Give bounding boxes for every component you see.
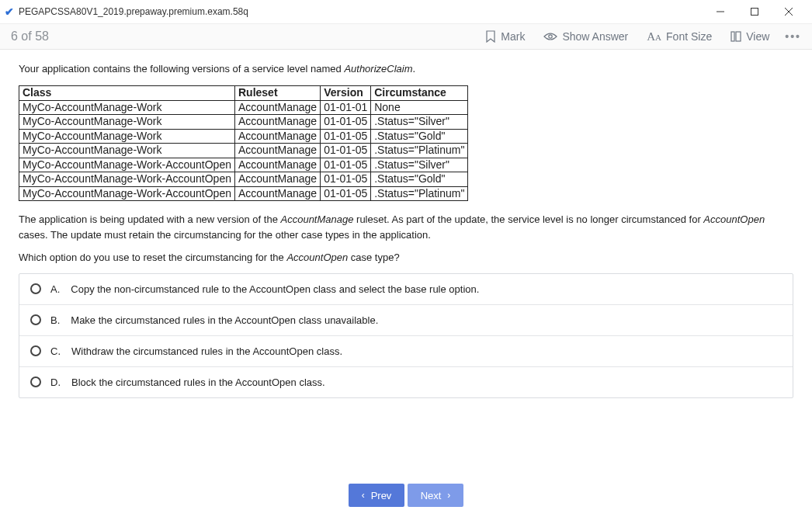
view-icon	[730, 31, 741, 42]
prev-button[interactable]: ‹ Prev	[349, 484, 404, 507]
app-check-icon: ✔	[5, 5, 14, 18]
question-intro: Your application contains the following …	[19, 62, 793, 76]
cell: AccountManage	[234, 129, 320, 144]
maximize-button[interactable]	[737, 1, 772, 23]
more-button[interactable]: •••	[785, 30, 801, 43]
cell: AccountManage	[234, 172, 320, 187]
cell: AccountManage	[234, 144, 320, 158]
cell: 01-01-01	[321, 100, 371, 115]
view-button[interactable]: View	[730, 30, 769, 43]
eye-icon	[543, 32, 557, 41]
close-button[interactable]	[772, 1, 806, 23]
cell: .Status="Gold"	[371, 172, 468, 187]
toolbar: 6 of 58 Mark Show Answer AA Font Size Vi…	[0, 23, 812, 50]
table-row: MyCo-AccountManage-WorkAccountManage01-0…	[19, 144, 468, 158]
table-row: MyCo-AccountManage-Work-AccountOpenAccou…	[19, 158, 468, 172]
chevron-right-icon: ›	[447, 490, 450, 501]
cell: MyCo-AccountManage-Work-AccountOpen	[19, 158, 235, 172]
radio-icon	[30, 376, 41, 387]
show-answer-label: Show Answer	[562, 30, 628, 43]
cell: MyCo-AccountManage-Work-AccountOpen	[19, 186, 235, 201]
cell: MyCo-AccountManage-Work	[19, 115, 235, 130]
answer-options: A. Copy the non-circumstanced rule to th…	[19, 273, 793, 398]
p1c: cases. The update must retain the circum…	[19, 229, 431, 241]
font-size-icon: AA	[647, 30, 661, 43]
svg-rect-1	[751, 9, 758, 16]
radio-icon	[30, 345, 41, 356]
p1em1: AccountManage	[281, 213, 354, 225]
paragraph-2: Which option do you use to reset the cir…	[19, 250, 793, 265]
mark-button[interactable]: Mark	[485, 30, 525, 43]
option-a[interactable]: A. Copy the non-circumstanced rule to th…	[19, 274, 793, 305]
question-counter: 6 of 58	[11, 29, 467, 43]
th-version: Version	[321, 86, 371, 101]
p2em: AccountOpen	[286, 252, 348, 263]
font-size-button[interactable]: AA Font Size	[647, 30, 712, 43]
option-b[interactable]: B. Make the circumstanced rules in the A…	[19, 305, 793, 336]
cell: 01-01-05	[321, 172, 371, 187]
next-button[interactable]: Next ›	[408, 484, 463, 507]
option-d[interactable]: D. Block the circumstanced rules in the …	[19, 367, 793, 397]
radio-icon	[30, 283, 41, 294]
option-text: Make the circumstanced rules in the Acco…	[71, 314, 378, 326]
table-row: MyCo-AccountManage-WorkAccountManage01-0…	[19, 100, 468, 115]
nav-bar: ‹ Prev Next ›	[0, 474, 812, 517]
cell: .Status="Silver"	[371, 115, 468, 130]
option-c[interactable]: C. Withdraw the circumstanced rules in t…	[19, 336, 793, 367]
view-label: View	[746, 30, 769, 43]
cell: None	[371, 100, 468, 115]
svg-rect-5	[731, 32, 734, 41]
cell: 01-01-05	[321, 158, 371, 172]
option-letter: B.	[50, 314, 60, 326]
window-title: PEGAPCSSA80V1_2019.prepaway.premium.exam…	[19, 6, 703, 17]
p1b: ruleset. As part of the update, the serv…	[353, 213, 703, 225]
table-row: MyCo-AccountManage-Work-AccountOpenAccou…	[19, 172, 468, 187]
svg-rect-6	[736, 32, 741, 41]
p1a: The application is being updated with a …	[19, 213, 281, 225]
cell: .Status="Platinum"	[371, 144, 468, 158]
content-area: Your application contains the following …	[0, 50, 812, 474]
table-row: MyCo-AccountManage-Work-AccountOpenAccou…	[19, 186, 468, 201]
p2a: Which option do you use to reset the cir…	[19, 252, 286, 263]
next-label: Next	[421, 490, 442, 501]
table-row: MyCo-AccountManage-WorkAccountManage01-0…	[19, 115, 468, 130]
paragraph-1: The application is being updated with a …	[19, 212, 793, 242]
mark-label: Mark	[501, 30, 525, 43]
cell: AccountManage	[234, 100, 320, 115]
bookmark-icon	[485, 30, 496, 43]
intro-pre: Your application contains the following …	[19, 63, 344, 75]
table-row: MyCo-AccountManage-WorkAccountManage01-0…	[19, 129, 468, 144]
p2b: case type?	[348, 252, 400, 263]
th-ruleset: Ruleset	[234, 86, 320, 101]
cell: .Status="Platinum"	[371, 186, 468, 201]
cell: 01-01-05	[321, 144, 371, 158]
cell: .Status="Gold"	[371, 129, 468, 144]
cell: 01-01-05	[321, 186, 371, 201]
cell: MyCo-AccountManage-Work	[19, 144, 235, 158]
sla-table: Class Ruleset Version Circumstance MyCo-…	[19, 85, 468, 201]
cell: .Status="Silver"	[371, 158, 468, 172]
cell: 01-01-05	[321, 115, 371, 130]
option-text: Copy the non-circumstanced rule to the A…	[71, 283, 479, 295]
option-letter: A.	[50, 283, 60, 295]
radio-icon	[30, 314, 41, 325]
cell: AccountManage	[234, 158, 320, 172]
option-letter: D.	[50, 376, 61, 388]
intro-post: .	[413, 63, 416, 75]
p1em2: AccountOpen	[703, 213, 765, 225]
option-text: Block the circumstanced rules in the Acc…	[71, 376, 325, 388]
cell: MyCo-AccountManage-Work-AccountOpen	[19, 172, 235, 187]
cell: MyCo-AccountManage-Work	[19, 100, 235, 115]
option-text: Withdraw the circumstanced rules in the …	[71, 345, 342, 357]
svg-point-4	[549, 35, 552, 38]
th-class: Class	[19, 86, 235, 101]
cell: AccountManage	[234, 186, 320, 201]
chevron-left-icon: ‹	[362, 490, 365, 501]
minimize-button[interactable]	[703, 1, 737, 23]
option-letter: C.	[50, 345, 61, 357]
cell: AccountManage	[234, 115, 320, 130]
show-answer-button[interactable]: Show Answer	[543, 30, 628, 43]
cell: MyCo-AccountManage-Work	[19, 129, 235, 144]
font-size-label: Font Size	[666, 30, 712, 43]
prev-label: Prev	[371, 490, 392, 501]
